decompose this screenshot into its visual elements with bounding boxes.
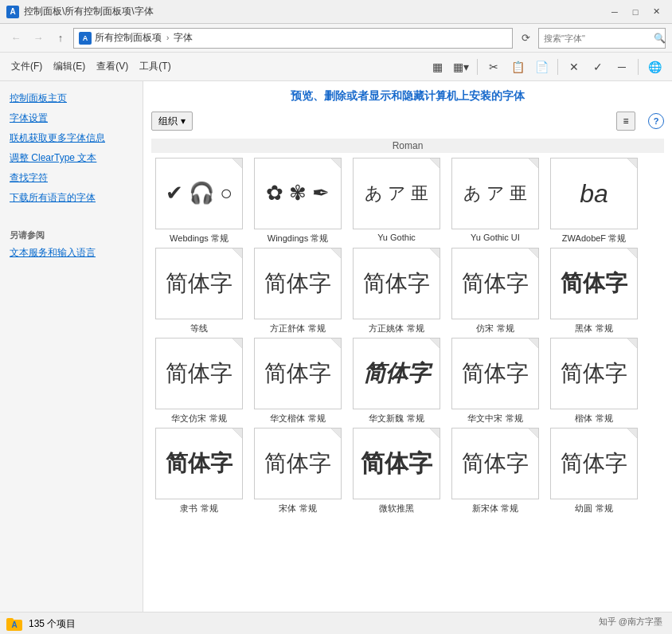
delete-button[interactable]: ✕ [563, 56, 585, 78]
addressbar: ← → ↑ A 所有控制面板项 › 字体 ⟳ 🔍 [0, 24, 672, 53]
main-layout: 控制面板主页 字体设置 联机获取更多字体信息 调整 ClearType 文本 查… [0, 81, 672, 612]
font-name-yu-gothic: Yu Gothic [377, 233, 416, 242]
sidebar-link-get-fonts[interactable]: 联机获取更多字体信息 [0, 129, 143, 147]
content-area: 预览、删除或者显示和隐藏计算机上安装的字体 组织 ▾ ≡ ? Roman ✔ 🎧… [143, 81, 672, 612]
font-name-fangsong: 仿宋 常规 [476, 323, 514, 335]
menu-edit[interactable]: 编辑(E) [49, 58, 90, 75]
back-button[interactable]: ← [6, 29, 25, 48]
font-item-heiti[interactable]: 简体字 黑体 常规 [546, 248, 642, 335]
font-preview-text-hwzhongsong: 简体字 [462, 360, 529, 387]
font-preview-yu-gothic: あ ア 亜 [353, 158, 440, 229]
sidebar-link-cleartype[interactable]: 调整 ClearType 文本 [0, 149, 143, 167]
font-preview-text-hwfangsong: 简体字 [166, 360, 232, 387]
font-item-kaiti[interactable]: 简体字 楷体 常规 [546, 338, 642, 425]
toolbar-separator-1 [477, 59, 478, 75]
font-preview-text-microsoftblack: 简体字 [361, 449, 432, 478]
font-item-dengxian[interactable]: 简体字 等线 [151, 248, 247, 335]
font-preview-text-zwadobef: ba [580, 178, 608, 209]
cut-button[interactable]: ✂ [483, 56, 505, 78]
toolbar-separator-2 [557, 59, 558, 75]
search-box[interactable]: 🔍 [538, 28, 666, 49]
font-item-youyuan[interactable]: 简体字 幼圆 常规 [546, 428, 642, 515]
font-preview-zwadobef: ba [550, 158, 638, 229]
font-preview-text-kaiti: 简体字 [561, 360, 627, 387]
font-preview-microsoftblack: 简体字 [353, 428, 440, 499]
help-circle-button[interactable]: ? [648, 113, 664, 129]
copy-button[interactable]: 📋 [506, 56, 529, 78]
sidebar-link-text-services[interactable]: 文本服务和输入语言 [0, 244, 143, 262]
font-preview-text-youyuan: 简体字 [561, 450, 627, 477]
font-name-wingdings: Wingdings 常规 [268, 233, 328, 245]
bottom-count-label: 135 个项目 [29, 617, 76, 631]
font-preview-text-yu-gothic-ui: あ ア 亜 [463, 183, 527, 204]
font-name-hwzhongsong: 华文中宋 常规 [467, 413, 522, 425]
toolbar-separator-3 [638, 59, 639, 75]
font-item-yu-gothic-ui[interactable]: あ ア 亜 Yu Gothic UI [447, 158, 543, 245]
font-item-lishu[interactable]: 简体字 隶书 常规 [151, 428, 247, 515]
font-preview-text-hwxinwei: 简体字 [363, 360, 430, 387]
font-item-microsoftblack[interactable]: 简体字 微软推黑 [349, 428, 444, 515]
view-mode-button[interactable]: ≡ [616, 112, 635, 131]
font-item-fangsong[interactable]: 简体字 仿宋 常规 [447, 248, 543, 335]
font-preview-fzyaoti: 简体字 [353, 248, 440, 319]
forward-button[interactable]: → [29, 29, 48, 48]
font-preview-youyuan: 简体字 [550, 428, 638, 499]
font-preview-newsongti: 简体字 [451, 428, 539, 499]
font-item-zwadobef[interactable]: ba ZWAdobeF 常规 [546, 158, 642, 245]
font-preview-fzshuti: 简体字 [254, 248, 342, 319]
help-button[interactable]: 🌐 [643, 56, 666, 78]
sidebar-link-find-char[interactable]: 查找字符 [0, 169, 143, 187]
font-preview-text-fzyaoti: 简体字 [363, 270, 430, 297]
font-item-songti[interactable]: 简体字 宋体 常规 [250, 428, 346, 515]
menu-tools[interactable]: 工具(T) [135, 58, 175, 75]
font-name-lishu: 隶书 常规 [180, 503, 217, 515]
font-item-newsongti[interactable]: 简体字 新宋体 常规 [447, 428, 543, 515]
font-item-webdings[interactable]: ✔ 🎧 ○ Webdings 常规 [151, 158, 247, 245]
sidebar-link-download[interactable]: 下载所有语言的字体 [0, 189, 143, 207]
folder-icon: A [6, 618, 22, 631]
up-button[interactable]: ↑ [51, 29, 70, 48]
app-icon: A [6, 6, 19, 18]
view-grid-button[interactable]: ▦ [426, 56, 448, 78]
font-item-hwzhongsong[interactable]: 简体字 华文中宋 常规 [447, 338, 543, 425]
toolbar: 文件(F) 编辑(E) 查看(V) 工具(T) ▦ ▦▾ ✂ 📋 📄 ✕ ✓ ─… [0, 53, 672, 81]
font-item-hwkaiti[interactable]: 简体字 华文楷体 常规 [250, 338, 346, 425]
menu-file[interactable]: 文件(F) [6, 58, 47, 75]
organize-button[interactable]: 组织 ▾ [151, 112, 193, 131]
check-button[interactable]: ✓ [587, 56, 609, 78]
titlebar-buttons: ─ □ ✕ [605, 4, 666, 20]
view-list-dropdown-button[interactable]: ▦▾ [450, 56, 472, 78]
sidebar-link-home[interactable]: 控制面板主页 [0, 89, 143, 108]
font-preview-text-lishu: 简体字 [166, 450, 232, 477]
maximize-button[interactable]: □ [626, 4, 645, 20]
font-preview-wingdings: ✿ ✾ ✒ [254, 158, 342, 229]
paste-button[interactable]: 📄 [530, 56, 553, 78]
font-preview-text-heiti: 简体字 [561, 270, 627, 297]
properties-button[interactable]: ─ [611, 56, 633, 78]
font-name-fzyaoti: 方正姚体 常规 [369, 323, 424, 335]
address-box[interactable]: A 所有控制面板项 › 字体 [73, 28, 513, 49]
minimize-button[interactable]: ─ [605, 4, 624, 20]
sidebar-link-font-settings[interactable]: 字体设置 [0, 109, 143, 127]
font-name-webdings: Webdings 常规 [170, 233, 229, 245]
font-item-fzshuti[interactable]: 简体字 方正舒体 常规 [250, 248, 346, 335]
font-preview-hwkaiti: 简体字 [254, 338, 342, 409]
font-item-yu-gothic[interactable]: あ ア 亜 Yu Gothic [349, 158, 444, 245]
font-name-kaiti: 楷体 常规 [575, 413, 612, 425]
font-item-fzyaoti[interactable]: 简体字 方正姚体 常规 [349, 248, 444, 335]
font-item-hwxinwei[interactable]: 简体字 华文新魏 常规 [349, 338, 444, 425]
font-name-youyuan: 幼圆 常规 [575, 503, 612, 515]
menu-view[interactable]: 查看(V) [92, 58, 133, 75]
font-item-hwfangsong[interactable]: 简体字 华文仿宋 常规 [151, 338, 247, 425]
refresh-button[interactable]: ⟳ [516, 29, 535, 48]
address-path-prefix: 所有控制面板项 [95, 31, 162, 45]
watermark: 知乎 @南方字墨 [599, 616, 662, 628]
search-input[interactable] [544, 33, 654, 43]
font-preview-text-hwkaiti: 简体字 [264, 360, 331, 387]
close-button[interactable]: ✕ [647, 4, 666, 20]
font-preview-text-webdings: ✔ 🎧 ○ [166, 181, 232, 205]
font-name-yu-gothic-ui: Yu Gothic UI [471, 233, 520, 242]
font-item-wingdings[interactable]: ✿ ✾ ✒ Wingdings 常规 [250, 158, 346, 245]
sidebar-also-see: 另请参阅 [0, 223, 143, 244]
font-preview-yu-gothic-ui: あ ア 亜 [451, 158, 539, 229]
